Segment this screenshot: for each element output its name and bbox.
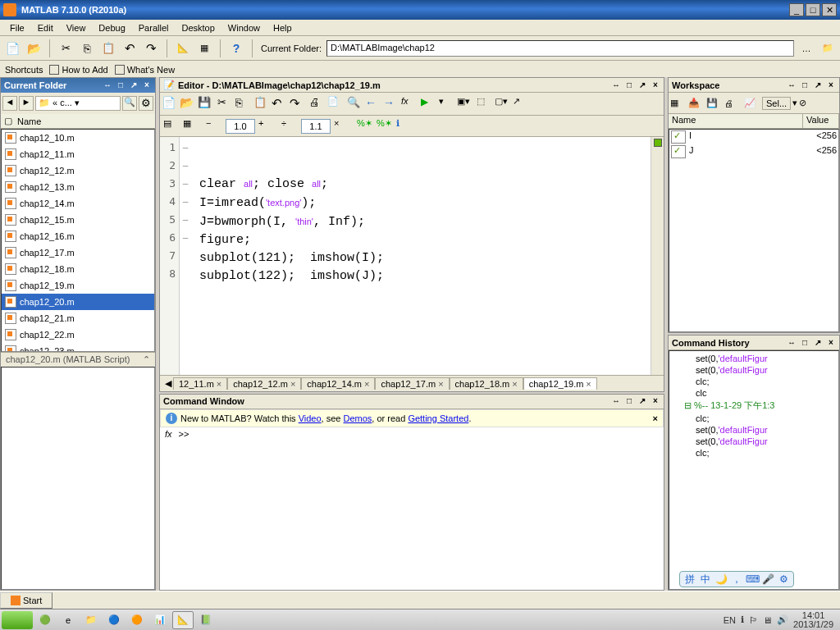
command-input-area[interactable]: fx >> bbox=[160, 427, 664, 590]
file-item[interactable]: chap12_10.m bbox=[2, 130, 154, 146]
history-item[interactable]: set(0,'defaultFigur bbox=[671, 436, 837, 447]
video-link[interactable]: Video bbox=[299, 413, 322, 423]
editor-nav-fwd-button[interactable] bbox=[383, 96, 399, 112]
editor-stack-button[interactable]: ⬚ bbox=[477, 96, 493, 112]
undo-button[interactable] bbox=[121, 39, 139, 57]
tray-lang[interactable]: EN bbox=[724, 615, 736, 625]
file-item[interactable]: chap12_23.m bbox=[2, 343, 154, 352]
cell-info-button[interactable]: ℹ bbox=[396, 118, 413, 135]
editor-menu-icon[interactable]: ↔ bbox=[611, 80, 621, 90]
system-tray[interactable]: EN ℹ 🏳 🖥 🔊 14:01 2013/1/29 bbox=[719, 611, 838, 629]
editor-open-button[interactable] bbox=[180, 96, 196, 112]
paste-button[interactable] bbox=[99, 39, 117, 57]
editor-undock-icon[interactable]: □ bbox=[624, 80, 634, 90]
editor-new-button[interactable] bbox=[162, 96, 178, 112]
editor-run-button[interactable] bbox=[421, 96, 437, 112]
ws-delete-button[interactable]: ⊘ bbox=[799, 98, 815, 108]
ime-keyboard-icon[interactable]: ⌨ bbox=[746, 573, 759, 586]
cut-button[interactable] bbox=[57, 39, 75, 57]
ws-value-header[interactable]: Value bbox=[803, 114, 839, 128]
tray-flag-icon[interactable]: 🏳 bbox=[749, 615, 758, 625]
file-item[interactable]: chap12_19.m bbox=[2, 277, 154, 294]
ime-settings-icon[interactable]: ⚙ bbox=[777, 573, 790, 586]
getting-started-link[interactable]: Getting Started bbox=[408, 413, 468, 423]
shortcut-how-to-add[interactable]: How to Add bbox=[49, 65, 107, 75]
history-item[interactable]: clc; bbox=[671, 447, 837, 459]
taskbar-chrome[interactable]: 🔵 bbox=[103, 611, 125, 629]
file-item[interactable]: chap12_22.m bbox=[2, 326, 154, 343]
editor-cut-button[interactable] bbox=[217, 96, 234, 112]
code-area[interactable]: 1 2 3 4 5 6 7 8 – – – – – – clear all; c… bbox=[160, 137, 664, 375]
file-item[interactable]: chap12_11.m bbox=[2, 146, 154, 162]
menu-desktop[interactable]: Desktop bbox=[175, 21, 221, 34]
breakpoint-gutter[interactable]: – – – – – – bbox=[180, 137, 191, 375]
editor-print-button[interactable] bbox=[309, 96, 326, 112]
ws-close-icon[interactable]: × bbox=[826, 80, 836, 90]
cmdwin-dock-icon[interactable]: ↗ bbox=[637, 396, 647, 406]
ws-import-button[interactable]: 📥 bbox=[688, 98, 705, 108]
taskbar-app-8[interactable]: 📗 bbox=[195, 611, 217, 629]
current-folder-path-input[interactable]: D:\MATLABImage\chap12 bbox=[326, 40, 794, 57]
history-item[interactable]: clc; bbox=[671, 376, 837, 387]
command-history-list[interactable]: set(0,'defaultFigurset(0,'defaultFigurcl… bbox=[669, 350, 839, 590]
hist-dock-icon[interactable]: ↗ bbox=[813, 338, 823, 348]
editor-copy-button[interactable] bbox=[235, 96, 252, 112]
editor-tile-button[interactable]: ▢▾ bbox=[495, 96, 511, 112]
demos-link[interactable]: Demos bbox=[344, 413, 372, 423]
folder-path-input[interactable]: 📁 « c... ▾ bbox=[35, 96, 121, 111]
cmdwin-undock-icon[interactable]: □ bbox=[624, 396, 634, 406]
panel-menu-icon[interactable]: ↔ bbox=[103, 80, 112, 90]
increment-button[interactable]: + bbox=[258, 118, 275, 135]
history-item[interactable]: clc; bbox=[671, 413, 837, 424]
scale-input-1[interactable] bbox=[226, 119, 255, 134]
tab-close-icon[interactable]: × bbox=[586, 379, 591, 389]
ws-name-header[interactable]: Name bbox=[669, 114, 803, 128]
open-button[interactable] bbox=[25, 39, 43, 57]
editor-tab[interactable]: chap12_19.m× bbox=[523, 377, 597, 390]
cell-mode-button[interactable]: ▤ bbox=[163, 118, 180, 135]
file-list-header[interactable]: ▢ Name bbox=[1, 114, 155, 129]
editor-tab[interactable]: chap12_14.m× bbox=[301, 377, 375, 390]
ws-plot-button[interactable]: 📈 bbox=[744, 98, 760, 108]
file-list[interactable]: chap12_10.mchap12_11.mchap12_12.mchap12_… bbox=[1, 129, 155, 352]
menu-debug[interactable]: Debug bbox=[92, 21, 131, 34]
go-up-button[interactable]: 📁 bbox=[819, 39, 837, 57]
ime-mic-icon[interactable]: 🎤 bbox=[761, 573, 774, 586]
workspace-variable[interactable]: I<256 bbox=[669, 130, 838, 144]
workspace-variable[interactable]: J<256 bbox=[669, 144, 838, 159]
history-item[interactable]: ⊟ %-- 13-1-29 下午1:3 bbox=[671, 399, 837, 413]
tab-close-icon[interactable]: × bbox=[512, 379, 517, 389]
workspace-columns[interactable]: Name Value bbox=[669, 114, 839, 129]
tray-vol-icon[interactable]: 🔊 bbox=[777, 614, 788, 625]
history-item[interactable]: set(0,'defaultFigur bbox=[671, 424, 837, 436]
ws-dock-icon[interactable]: ↗ bbox=[813, 80, 823, 90]
editor-close-icon[interactable]: × bbox=[651, 80, 660, 90]
file-item[interactable]: chap12_18.m bbox=[2, 261, 154, 277]
folder-back-button[interactable]: ◄ bbox=[2, 96, 17, 111]
file-item[interactable]: chap12_20.m bbox=[2, 294, 154, 310]
cell-insert-button[interactable]: ▦ bbox=[183, 118, 199, 135]
scale-input-2[interactable] bbox=[301, 119, 331, 134]
code-text[interactable]: clear all; close all; I=imread('text.png… bbox=[191, 137, 651, 375]
multiply-button[interactable]: × bbox=[334, 118, 350, 135]
file-item[interactable]: chap12_15.m bbox=[2, 212, 154, 228]
file-item[interactable]: chap12_13.m bbox=[2, 179, 154, 195]
folder-options-button[interactable] bbox=[139, 96, 153, 111]
hist-close-icon[interactable]: × bbox=[826, 338, 836, 348]
menu-window[interactable]: Window bbox=[221, 21, 267, 34]
taskbar-ie[interactable]: e bbox=[57, 611, 79, 629]
divide-button[interactable]: ÷ bbox=[281, 118, 298, 135]
ime-lang-icon[interactable]: 中 bbox=[699, 573, 712, 586]
ws-save-button[interactable]: 💾 bbox=[706, 98, 723, 108]
editor-publish-button[interactable]: 📄 bbox=[327, 96, 344, 112]
menu-parallel[interactable]: Parallel bbox=[132, 21, 176, 34]
ws-new-var-button[interactable]: ▦ bbox=[670, 98, 687, 108]
maximize-button[interactable]: □ bbox=[806, 3, 820, 16]
tray-net-icon[interactable]: 🖥 bbox=[763, 615, 772, 625]
menu-edit[interactable]: Edit bbox=[31, 21, 60, 34]
folder-search-button[interactable]: 🔍 bbox=[122, 96, 137, 111]
tab-close-icon[interactable]: × bbox=[217, 379, 221, 389]
history-item[interactable]: set(0,'defaultFigur bbox=[671, 353, 837, 364]
ws-print-button[interactable]: 🖨 bbox=[724, 98, 741, 108]
copy-button[interactable] bbox=[78, 39, 96, 57]
